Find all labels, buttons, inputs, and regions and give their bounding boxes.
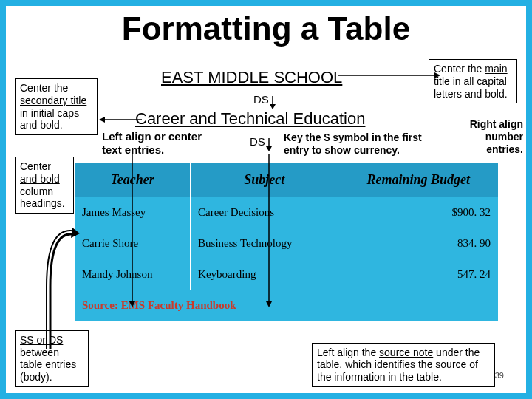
callout-main-title: Center the main title in all capital let… <box>429 59 517 103</box>
cell: Career Decisions <box>191 197 338 228</box>
table-row: Mandy Johnson Keyboarding 547. 24 <box>75 259 499 290</box>
callout-text: Left align the <box>317 347 379 358</box>
callout-text: in initial caps and bold. <box>20 107 79 132</box>
col-teacher: Teacher <box>75 163 191 197</box>
ds-label-2: DS <box>250 135 265 148</box>
callout-underline: SS or DS <box>20 334 63 346</box>
cell: Keyboarding <box>191 259 338 290</box>
left-align-note: Left align or center text entries. <box>102 130 220 157</box>
slide-canvas: Formatting a Table Center the secondary … <box>6 6 526 393</box>
source-cell: Source: EMS Faculty Handbook <box>75 290 338 321</box>
callout-text: between table entries (body). <box>20 347 76 383</box>
callout-text: Center the <box>434 63 485 75</box>
col-budget: Remaining Budget <box>338 163 499 197</box>
cell: 834. 90 <box>338 228 499 259</box>
slide-number: 39 <box>495 371 504 380</box>
secondary-title: Career and Technical Education <box>135 109 365 129</box>
svg-marker-7 <box>99 117 105 123</box>
svg-marker-5 <box>266 146 272 151</box>
callout-secondary-title: Center the secondary title in initial ca… <box>15 78 98 135</box>
callout-column-headings: Center and bold column headings. <box>15 157 74 214</box>
arrow-down-icon <box>268 96 277 109</box>
cell: James Massey <box>75 197 191 228</box>
cell-empty <box>338 290 499 321</box>
callout-underline: source note <box>379 347 433 358</box>
callout-text: column headings. <box>20 185 65 210</box>
cell: 547. 24 <box>338 259 499 290</box>
table-header-row: Teacher Subject Remaining Budget <box>75 163 499 197</box>
main-title: EAST MIDDLE SCHOOL <box>161 68 342 87</box>
source-text: EMS Faculty Handbook <box>121 299 236 311</box>
arrow-icon <box>338 71 442 80</box>
arrow-down-icon <box>265 138 273 151</box>
cell: Mandy Johnson <box>75 259 191 290</box>
example-table: Teacher Subject Remaining Budget James M… <box>74 163 499 321</box>
slide-title: Formatting a Table <box>6 10 526 47</box>
table-row: James Massey Career Decisions $900. 32 <box>75 197 499 228</box>
currency-key-note: Key the $ symbol in the first entry to s… <box>284 132 446 157</box>
source-label: Source: <box>82 299 118 311</box>
svg-marker-3 <box>270 104 276 109</box>
ds-label-1: DS <box>253 93 269 106</box>
callout-text: Center the <box>20 82 68 94</box>
source-row: Source: EMS Faculty Handbook <box>75 290 499 321</box>
col-subject: Subject <box>191 163 338 197</box>
table-row: Carrie Shore Business Technology 834. 90 <box>75 228 499 259</box>
callout-source-note: Left align the source note under the tab… <box>312 343 495 387</box>
cell: Business Technology <box>191 228 338 259</box>
right-align-note: Right align number entries. <box>457 118 523 155</box>
cell: Carrie Shore <box>75 228 191 259</box>
callout-underline: secondary title <box>20 95 86 106</box>
cell: $900. 32 <box>338 197 499 228</box>
callout-ss-ds: SS or DS between table entries (body). <box>15 330 89 387</box>
callout-underline: Center and bold <box>20 160 60 185</box>
